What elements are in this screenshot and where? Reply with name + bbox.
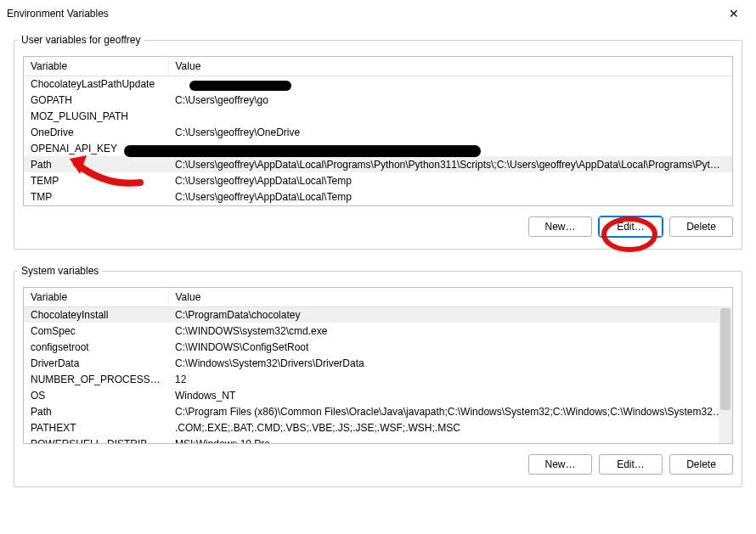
table-row[interactable]: OneDriveC:\Users\geoffrey\OneDrive	[24, 124, 732, 140]
user-col-variable-header[interactable]: Variable	[24, 57, 168, 76]
system-delete-button[interactable]: Delete	[669, 454, 733, 475]
variable-value-cell: C:\WINDOWS\system32\cmd.exe	[168, 323, 732, 339]
variable-name-cell: OneDrive	[24, 124, 168, 140]
variable-name-cell: ChocolateyInstall	[24, 306, 168, 323]
table-row[interactable]: ChocolateyInstallC:\ProgramData\chocolat…	[24, 306, 732, 323]
user-delete-button[interactable]: Delete	[669, 216, 733, 237]
variable-name-cell: MOZ_PLUGIN_PATH	[24, 108, 168, 124]
table-row[interactable]: ComSpecC:\WINDOWS\system32\cmd.exe	[24, 323, 732, 339]
system-scrollbar[interactable]	[719, 306, 732, 443]
variable-value-cell: C:\Users\geoffrey\AppData\Local\Temp	[168, 188, 732, 205]
table-row[interactable]: configsetrootC:\WINDOWS\ConfigSetRoot	[24, 339, 732, 355]
close-icon[interactable]: ✕	[722, 3, 746, 24]
redaction-mark	[189, 81, 291, 91]
user-new-button[interactable]: New…	[528, 216, 592, 237]
table-row[interactable]: DriverDataC:\Windows\System32\Drivers\Dr…	[24, 355, 732, 371]
sys-col-variable-header[interactable]: Variable	[24, 288, 168, 306]
user-variables-table: Variable Value ChocolateyLastPathUpdateG…	[24, 57, 732, 205]
user-edit-button[interactable]: Edit…	[599, 216, 663, 237]
table-row[interactable]: PATHEXT.COM;.EXE;.BAT;.CMD;.VBS;.VBE;.JS…	[24, 419, 732, 436]
variable-value-cell: C:\WINDOWS\ConfigSetRoot	[168, 339, 732, 355]
system-buttons-row: New… Edit… Delete	[14, 454, 742, 486]
table-row[interactable]: TMPC:\Users\geoffrey\AppData\Local\Temp	[24, 188, 732, 205]
system-variables-group: System variables Variable Value Chocolat…	[14, 265, 742, 487]
variable-value-cell: C:\Users\geoffrey\OneDrive	[168, 124, 732, 140]
table-row[interactable]: NUMBER_OF_PROCESSORS12	[24, 371, 732, 387]
variable-value-cell: MSI:Windows 10 Pro	[168, 436, 732, 444]
redaction-mark	[124, 145, 481, 157]
system-variables-table-wrap: Variable Value ChocolateyInstallC:\Progr…	[23, 287, 733, 444]
variable-value-cell: .COM;.EXE;.BAT;.CMD;.VBS;.VBE;.JS;.JSE;.…	[168, 419, 732, 436]
table-row[interactable]: PathC:\Users\geoffrey\AppData\Local\Prog…	[24, 156, 732, 172]
table-row[interactable]: OSWindows_NT	[24, 387, 732, 403]
variable-name-cell: NUMBER_OF_PROCESSORS	[24, 371, 168, 387]
table-row[interactable]: MOZ_PLUGIN_PATH	[24, 108, 732, 124]
table-row[interactable]: ChocolateyLastPathUpdate	[24, 76, 732, 92]
variable-value-cell: 12	[168, 371, 732, 387]
table-row[interactable]: GOPATHC:\Users\geoffrey\go	[24, 92, 732, 108]
variable-name-cell: Path	[24, 403, 168, 419]
user-buttons-row: New… Edit… Delete	[14, 216, 742, 249]
variable-name-cell: ChocolateyLastPathUpdate	[24, 76, 168, 92]
system-variables-table: Variable Value ChocolateyInstallC:\Progr…	[24, 288, 732, 444]
system-edit-button[interactable]: Edit…	[599, 454, 663, 475]
variable-name-cell: PATHEXT	[24, 419, 168, 436]
user-variables-legend: User variables for geoffrey	[18, 34, 144, 46]
variable-value-cell: C:\Windows\System32\Drivers\DriverData	[168, 355, 732, 371]
system-new-button[interactable]: New…	[528, 454, 592, 475]
variable-name-cell: configsetroot	[24, 339, 168, 355]
user-col-value-header[interactable]: Value	[168, 57, 732, 76]
table-row[interactable]: POWERSHELL_DISTRIBUTIO…MSI:Windows 10 Pr…	[24, 436, 732, 444]
sys-col-value-header[interactable]: Value	[168, 288, 732, 306]
variable-name-cell: OS	[24, 387, 168, 403]
title-bar: Environment Variables ✕	[0, 0, 756, 27]
variable-name-cell: POWERSHELL_DISTRIBUTIO…	[24, 436, 168, 444]
scrollbar-thumb[interactable]	[720, 308, 731, 410]
system-variables-legend: System variables	[18, 265, 102, 277]
user-variables-table-wrap: Variable Value ChocolateyLastPathUpdateG…	[23, 56, 733, 206]
window-title: Environment Variables	[7, 8, 109, 20]
variable-value-cell: C:\Program Files (x86)\Common Files\Orac…	[168, 403, 732, 419]
variable-name-cell: GOPATH	[24, 92, 168, 108]
table-row[interactable]: PathC:\Program Files (x86)\Common Files\…	[24, 403, 732, 419]
variable-value-cell: C:\ProgramData\chocolatey	[168, 306, 732, 323]
user-variables-group: User variables for geoffrey Variable Val…	[14, 34, 742, 250]
variable-value-cell	[168, 108, 732, 124]
dialog-content: User variables for geoffrey Variable Val…	[0, 27, 756, 509]
variable-value-cell: C:\Users\geoffrey\go	[168, 92, 732, 108]
variable-value-cell: Windows_NT	[168, 387, 732, 403]
variable-name-cell: DriverData	[24, 355, 168, 371]
variable-name-cell: TEMP	[24, 172, 168, 188]
variable-name-cell: TMP	[24, 188, 168, 205]
table-row[interactable]: TEMPC:\Users\geoffrey\AppData\Local\Temp	[24, 172, 732, 188]
variable-name-cell: Path	[24, 156, 168, 172]
variable-value-cell: C:\Users\geoffrey\AppData\Local\Temp	[168, 172, 732, 188]
variable-value-cell: C:\Users\geoffrey\AppData\Local\Programs…	[168, 156, 732, 172]
variable-name-cell: ComSpec	[24, 323, 168, 339]
